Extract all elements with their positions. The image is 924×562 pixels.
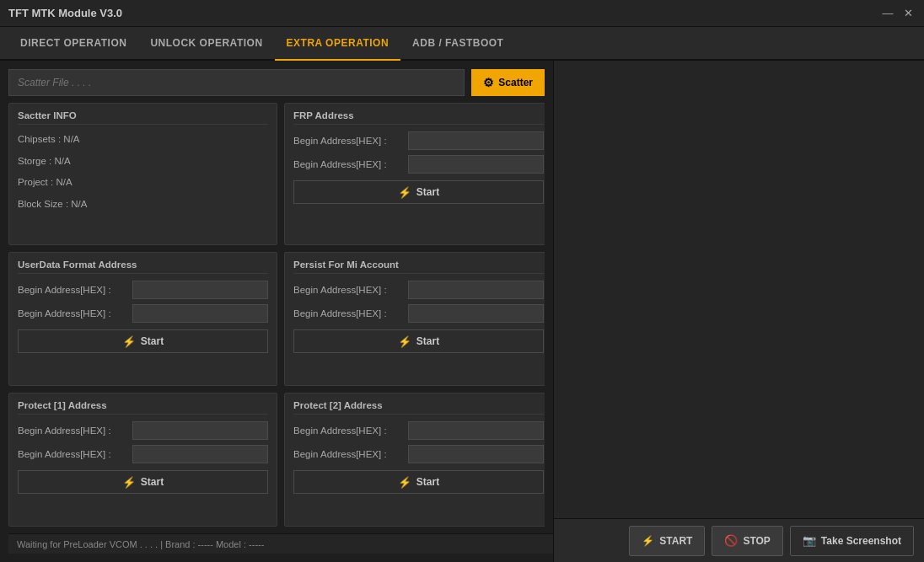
right-footer: ⚡ START 🚫 STOP 📷 Take Screenshot <box>554 518 924 562</box>
persist-input-2[interactable] <box>408 304 544 323</box>
frp-bolt-icon: ⚡ <box>398 186 411 199</box>
frp-field-row-1: Begin Address[HEX] : <box>293 131 544 150</box>
userdata-start-button[interactable]: ⚡ Start <box>18 329 268 353</box>
protect2-start-button[interactable]: ⚡ Start <box>293 470 544 494</box>
persist-field-row-1: Begin Address[HEX] : <box>293 281 544 299</box>
global-start-label: START <box>659 535 692 547</box>
userdata-label-1: Begin Address[HEX] : <box>18 285 127 295</box>
screenshot-label: Take Screenshot <box>821 535 901 547</box>
global-stop-label: STOP <box>743 535 770 547</box>
persist-label-2: Begin Address[HEX] : <box>293 308 403 318</box>
output-area <box>554 61 924 518</box>
protect2-bolt-icon: ⚡ <box>398 476 411 489</box>
gear-icon: ⚙ <box>483 76 494 89</box>
persist-mi-card: Persist For Mi Account Begin Address[HEX… <box>284 252 545 386</box>
persist-field-row-2: Begin Address[HEX] : <box>293 304 544 323</box>
scatter-button[interactable]: ⚙ Scatter <box>471 69 545 96</box>
persist-label-1: Begin Address[HEX] : <box>293 285 403 295</box>
protect1-start-label: Start <box>141 476 164 488</box>
project-line: Project : N/A <box>18 174 268 191</box>
persist-mi-title: Persist For Mi Account <box>293 260 544 274</box>
scatter-file-input[interactable] <box>8 69 465 96</box>
app-title: TFT MTK Module V3.0 <box>8 7 122 19</box>
protect2-input-1[interactable] <box>408 421 544 440</box>
scatter-button-label: Scatter <box>498 77 533 88</box>
camera-icon: 📷 <box>803 534 816 547</box>
stop-icon: 🚫 <box>724 534 738 547</box>
tab-unlock-operation[interactable]: UNLOCK OPERATION <box>138 27 274 61</box>
minimize-button[interactable]: — <box>880 6 895 21</box>
userdata-format-card: UserData Format Address Begin Address[HE… <box>8 252 277 386</box>
status-text: Waiting for PreLoader VCOM . . . . | Bra… <box>17 539 264 549</box>
protect2-start-label: Start <box>416 476 439 488</box>
frp-field-row-2: Begin Address[HEX] : <box>293 155 544 174</box>
frp-start-button[interactable]: ⚡ Start <box>293 180 544 204</box>
userdata-input-2[interactable] <box>132 304 268 323</box>
blocksize-line: Block Size : N/A <box>18 196 268 213</box>
nav-bar: DIRECT OPERATION UNLOCK OPERATION EXTRA … <box>0 27 924 61</box>
tab-direct-operation[interactable]: DIRECT OPERATION <box>8 27 138 61</box>
frp-start-label: Start <box>416 186 439 198</box>
tab-extra-operation[interactable]: EXTRA OPERATION <box>275 27 401 61</box>
protect2-input-2[interactable] <box>408 445 544 463</box>
protect1-field-row-1: Begin Address[HEX] : <box>18 421 268 440</box>
userdata-title: UserData Format Address <box>18 260 268 274</box>
frp-input-1[interactable] <box>408 131 544 150</box>
status-bar: Waiting for PreLoader VCOM . . . . | Bra… <box>8 533 553 554</box>
userdata-label-2: Begin Address[HEX] : <box>18 308 127 318</box>
protect1-label-1: Begin Address[HEX] : <box>18 426 127 436</box>
frp-address-title: FRP Address <box>293 110 544 125</box>
persist-start-button[interactable]: ⚡ Start <box>293 329 544 353</box>
window-controls: — ✕ <box>880 6 916 21</box>
userdata-field-row-1: Begin Address[HEX] : <box>18 281 268 299</box>
persist-bolt-icon: ⚡ <box>398 335 411 348</box>
protect1-input-1[interactable] <box>132 421 268 440</box>
title-bar: TFT MTK Module V3.0 — ✕ <box>0 0 924 27</box>
protect1-label-2: Begin Address[HEX] : <box>18 449 127 459</box>
persist-start-label: Start <box>416 335 439 347</box>
protect1-input-2[interactable] <box>132 445 268 463</box>
left-panel: ⚙ Scatter Sactter INFO Chipsets : N/A St… <box>0 61 553 562</box>
protect1-bolt-icon: ⚡ <box>122 476 136 489</box>
chipsets-line: Chipsets : N/A <box>18 131 268 148</box>
protect2-label-1: Begin Address[HEX] : <box>293 426 403 436</box>
protect1-start-button[interactable]: ⚡ Start <box>18 470 268 494</box>
scatter-info-title: Sactter INFO <box>18 110 268 125</box>
protect2-title: Protect [2] Address <box>293 400 544 415</box>
start-bolt-icon: ⚡ <box>642 535 654 547</box>
userdata-start-label: Start <box>141 335 164 347</box>
frp-label-1: Begin Address[HEX] : <box>293 136 403 146</box>
protect1-title: Protect [1] Address <box>18 400 268 415</box>
protect2-field-row-1: Begin Address[HEX] : <box>293 421 544 440</box>
main-layout: ⚙ Scatter Sactter INFO Chipsets : N/A St… <box>0 61 924 562</box>
frp-input-2[interactable] <box>408 155 544 174</box>
screenshot-button[interactable]: 📷 Take Screenshot <box>790 526 914 556</box>
storge-line: Storge : N/A <box>18 153 268 170</box>
persist-input-1[interactable] <box>408 281 544 299</box>
scatter-row: ⚙ Scatter <box>8 69 545 96</box>
scatter-info-card: Sactter INFO Chipsets : N/A Storge : N/A… <box>8 103 277 245</box>
protect2-field-row-2: Begin Address[HEX] : <box>293 445 544 463</box>
userdata-input-1[interactable] <box>132 281 268 299</box>
protect2-card: Protect [2] Address Begin Address[HEX] :… <box>284 393 545 527</box>
protect1-field-row-2: Begin Address[HEX] : <box>18 445 268 463</box>
frp-label-2: Begin Address[HEX] : <box>293 159 403 169</box>
global-stop-button[interactable]: 🚫 STOP <box>712 526 782 556</box>
protect1-card: Protect [1] Address Begin Address[HEX] :… <box>8 393 277 527</box>
protect2-label-2: Begin Address[HEX] : <box>293 449 403 459</box>
right-panel: ⚡ START 🚫 STOP 📷 Take Screenshot <box>553 61 924 562</box>
userdata-field-row-2: Begin Address[HEX] : <box>18 304 268 323</box>
close-button[interactable]: ✕ <box>900 6 916 21</box>
tab-adb-fastboot[interactable]: ADB / FASTBOOT <box>400 27 515 61</box>
frp-address-card: FRP Address Begin Address[HEX] : Begin A… <box>284 103 545 245</box>
global-start-button[interactable]: ⚡ START <box>629 526 705 556</box>
userdata-bolt-icon: ⚡ <box>122 335 136 348</box>
